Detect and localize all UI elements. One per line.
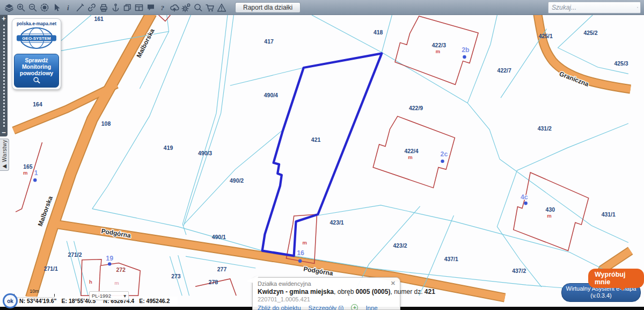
link-icon[interactable]: [86, 1, 98, 14]
svg-text:i: i: [67, 4, 69, 12]
parcel-text: , numer dz.: [390, 288, 424, 295]
parcel-line: [467, 15, 497, 103]
flood-search-icon: [32, 76, 41, 84]
address-dot: [524, 201, 527, 205]
parcel-label: 278: [209, 279, 218, 285]
parcel-label: 422/3: [432, 42, 446, 48]
coord-easting: E: 495246.2: [139, 298, 170, 304]
address-dot: [298, 259, 302, 262]
building-mark: m: [23, 170, 27, 176]
copy-view-icon[interactable]: [121, 1, 133, 14]
svg-text:?: ?: [161, 4, 165, 12]
address-label: 2b: [462, 46, 470, 54]
building-mark: m: [436, 48, 440, 54]
layout-icon[interactable]: [133, 1, 145, 14]
building-outline: [16, 142, 42, 212]
info-icon[interactable]: i: [62, 1, 74, 14]
geo-system-logo: GEO-SYSTEM: [16, 26, 57, 50]
parcel-label: 437/1: [444, 256, 458, 262]
assistant-try-bubble[interactable]: Wypróbuj mnie: [588, 269, 644, 288]
draw-icon[interactable]: [74, 1, 86, 14]
chevron-down-icon: ▾: [123, 293, 126, 299]
parcel-label: 161: [94, 16, 104, 22]
map-canvas[interactable]: Malborska Malborska Podgórna Podgórna Gr…: [0, 15, 644, 310]
address-label: 19: [106, 255, 113, 262]
parcel-labels: 161 417 418 422/3 425/1 425/2 425/3 422/…: [23, 16, 628, 285]
parcel-label-421: 421: [311, 137, 321, 143]
help-icon[interactable]: ?: [157, 1, 169, 14]
parcel-label: 425/3: [614, 61, 628, 67]
building-mark: m: [114, 280, 119, 286]
add-marker-icon[interactable]: [109, 1, 121, 14]
search-zoom-icon[interactable]: [192, 1, 204, 14]
close-icon[interactable]: ✕: [391, 280, 396, 287]
panel-title: Działka ewidencyjna: [258, 280, 395, 287]
parcel-label: 437/2: [512, 268, 526, 274]
parcel-municipality: Kwidzyn - gmina miejska: [258, 288, 334, 295]
toolbar: i ? Raport dla działki: [0, 0, 644, 15]
parcel-line: [312, 15, 382, 52]
address-dot: [33, 178, 36, 182]
building-marks: m m m m m h m: [23, 48, 552, 286]
parcel-label: 422/9: [409, 105, 423, 111]
parcel-label: 490/2: [230, 178, 244, 184]
projection-value: PL-1992: [92, 293, 111, 299]
parcel-label: 423/2: [393, 243, 407, 249]
search-input[interactable]: [551, 3, 637, 12]
address-label: 16: [297, 249, 304, 257]
parcel-line: [184, 130, 283, 224]
assistant-version: (v.0.3.4): [562, 292, 640, 299]
parcel-label: 431/2: [538, 126, 552, 132]
parcel-line: [382, 15, 392, 52]
zoom-out-button[interactable]: −: [2, 129, 6, 136]
parcel-description: Kwidzyn - gmina miejska, obręb 0005 (000…: [258, 288, 395, 295]
parcel-label: 425/1: [539, 33, 553, 39]
search-icon[interactable]: [637, 3, 638, 12]
parcel-label: 425/2: [583, 30, 597, 36]
parcel-label: 277: [217, 266, 227, 272]
projection-select[interactable]: PL-1992 ▾: [89, 291, 129, 300]
highlighted-parcel-421[interactable]: [262, 53, 382, 256]
plus-icon[interactable]: +: [351, 304, 358, 310]
flood-monitoring-button[interactable]: Sprawdź Monitoring powodziowy: [14, 54, 59, 88]
parcel-label: 417: [264, 39, 274, 45]
details-link[interactable]: Szczegóły (i): [309, 305, 344, 310]
zoom-in-button[interactable]: +: [2, 15, 6, 23]
pointer-icon[interactable]: [50, 1, 62, 14]
print-icon[interactable]: [98, 1, 109, 14]
parcel-label: 419: [164, 145, 173, 151]
panel-links: Zbliż do obiektu Szczegóły (i) + Inne: [258, 304, 395, 310]
building-mark: m: [408, 154, 412, 160]
parcel-label: 164: [33, 102, 42, 107]
cloud-upload-icon[interactable]: [169, 1, 180, 14]
svg-text:GEO-SYSTEM: GEO-SYSTEM: [22, 36, 51, 41]
zoom-to-object-link[interactable]: Zbliż do obiektu: [258, 305, 301, 310]
zoom-out-icon[interactable]: [27, 1, 39, 14]
layers-icon[interactable]: [3, 1, 15, 14]
settings-icon[interactable]: [180, 1, 192, 14]
select-area-icon[interactable]: [39, 1, 50, 14]
coord-lat: N: 53°44'19.6": [19, 298, 56, 304]
parcel-label: 272: [116, 267, 126, 273]
parcel-label: 271/1: [44, 266, 58, 272]
cart-icon[interactable]: [204, 1, 216, 14]
layers-tab-label: ▶ Warstwy: [2, 140, 8, 170]
address-dot: [441, 160, 444, 163]
parcel-label: 422/7: [497, 68, 511, 74]
parcel-label: 108: [101, 121, 111, 127]
parcel-id: 220701_1.0005.421: [258, 296, 395, 302]
feedback-icon[interactable]: [145, 1, 157, 14]
logo-panel[interactable]: polska.e-mapa.net GEO-SYSTEM Sprawdź Mon…: [12, 18, 61, 90]
parcel-label: 431/1: [602, 212, 616, 218]
zoom-in-icon[interactable]: [15, 1, 27, 14]
parcel-label: 165: [23, 164, 33, 170]
parcel-boundaries: [16, 15, 628, 295]
zoom-slider-track[interactable]: [3, 25, 5, 127]
warning-icon[interactable]: [216, 1, 228, 14]
parcel-label: 423/1: [330, 220, 344, 226]
site-name: polska.e-mapa.net: [14, 21, 59, 26]
other-link[interactable]: Inne: [365, 305, 377, 310]
report-parcel-button[interactable]: Raport dla działki: [235, 2, 301, 13]
ok-button[interactable]: ok: [3, 293, 18, 308]
layers-panel-tab[interactable]: ▶ Warstwy: [0, 139, 9, 171]
